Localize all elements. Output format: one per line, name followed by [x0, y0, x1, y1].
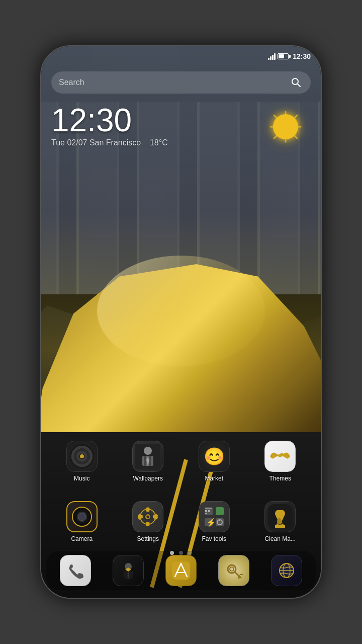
market-icon-img: 😊: [199, 441, 230, 472]
battery-icon: [278, 53, 289, 59]
dock: [46, 551, 316, 590]
favtools-svg: ⚡: [203, 505, 226, 528]
svg-point-44: [127, 577, 129, 578]
favtools-label: Fav tools: [202, 535, 226, 542]
vinyl-dot: [80, 454, 84, 458]
wallpapers-label: Wallpapers: [133, 475, 163, 482]
svg-point-50: [230, 567, 234, 571]
app-grid-row1: Music Wallpapers: [41, 441, 321, 482]
svg-line-1: [298, 84, 300, 87]
keys-icon-svg: [225, 561, 243, 580]
svg-rect-30: [205, 508, 212, 509]
bg-car-shine: [97, 256, 265, 366]
svg-point-42: [127, 573, 129, 574]
app-icon-camera[interactable]: Camera: [62, 501, 102, 542]
favtools-icon-img: ⚡: [199, 501, 230, 532]
svg-rect-33: [205, 513, 207, 514]
app-icon-favtools[interactable]: ⚡ Fav tools: [194, 501, 234, 542]
phone-icon-svg: [67, 562, 83, 579]
wallpapers-icon-img: [132, 441, 163, 472]
signal-bar-4: [274, 53, 276, 60]
themes-label: Themes: [269, 475, 291, 482]
svg-rect-18: [146, 522, 150, 526]
music-icon-img: [66, 441, 98, 472]
clock-widget: 12:30 Tue 02/07 San Francisco 18°C: [51, 104, 168, 147]
svg-rect-17: [146, 508, 150, 512]
search-placeholder: Search: [59, 78, 289, 87]
clock-time: 12:30: [51, 104, 168, 136]
app-icon-market[interactable]: 😊 Market: [194, 441, 234, 482]
svg-point-0: [292, 78, 298, 85]
svg-rect-32: [208, 510, 210, 512]
search-bar[interactable]: Search: [51, 71, 311, 94]
app-grid-row2: Camera: [41, 501, 321, 542]
app-icon-themes[interactable]: Themes: [260, 441, 300, 482]
signal-bar-1: [268, 58, 269, 60]
app-icon-music[interactable]: Music: [62, 441, 102, 482]
svg-point-27: [147, 515, 149, 518]
signal-icon: [268, 53, 276, 60]
settings-label: Settings: [137, 535, 159, 542]
svg-point-57: [280, 564, 294, 578]
svg-rect-14: [149, 456, 151, 466]
svg-rect-31: [205, 510, 207, 512]
svg-rect-13: [144, 456, 146, 466]
settings-icon-img: [132, 501, 163, 532]
svg-point-11: [144, 447, 152, 455]
status-time: 12:30: [293, 52, 311, 60]
clean-icon-img: [264, 501, 296, 532]
phone-screen: 12:30 Search 12:30 Tue 02/07 San Francis…: [41, 46, 321, 598]
smiley-icon: 😊: [204, 446, 225, 466]
app-icon-clean[interactable]: Clean Ma...: [260, 501, 300, 542]
status-icons: 12:30: [268, 52, 311, 60]
shark-svg: [267, 504, 293, 529]
app-icon-settings[interactable]: Settings: [128, 501, 168, 542]
dock-icon-keys[interactable]: [218, 555, 249, 586]
camera-label: Camera: [71, 535, 93, 542]
signal-bar-3: [272, 55, 274, 60]
clean-label: Clean Ma...: [265, 535, 296, 542]
mustache-svg: [267, 446, 293, 466]
globe-icon-svg: [278, 561, 296, 580]
svg-rect-29: [216, 507, 224, 515]
weather-widget: [270, 112, 301, 142]
appstore-icon-svg: [172, 561, 190, 580]
market-label: Market: [205, 475, 223, 482]
music-label: Music: [74, 475, 89, 482]
camera-lens: [72, 507, 92, 527]
sun-icon: [273, 114, 298, 139]
dock-icon-browser[interactable]: [271, 555, 302, 586]
app-icon-wallpapers[interactable]: Wallpapers: [128, 441, 168, 482]
clock-date: Tue 02/07 San Francisco 18°C: [51, 138, 168, 147]
camera-icon-img: [66, 501, 98, 532]
svg-point-43: [127, 575, 129, 576]
camera-inner: [78, 513, 86, 521]
svg-text:⚡: ⚡: [206, 518, 216, 527]
search-icon[interactable]: [289, 75, 303, 90]
themes-icon-img: [264, 441, 296, 472]
dock-icon-appstore[interactable]: [165, 555, 197, 586]
dock-icon-phone[interactable]: [60, 555, 91, 586]
status-bar: 12:30: [41, 46, 321, 66]
battery-fill: [279, 54, 284, 58]
vinyl-icon: [69, 444, 95, 469]
signal-bar-2: [270, 56, 272, 60]
gear-svg: [137, 506, 158, 527]
suit-icon-svg: [119, 561, 137, 580]
phone-frame: 12:30 Search 12:30 Tue 02/07 San Francis…: [40, 45, 322, 599]
dock-icon-bartender[interactable]: [113, 555, 144, 586]
